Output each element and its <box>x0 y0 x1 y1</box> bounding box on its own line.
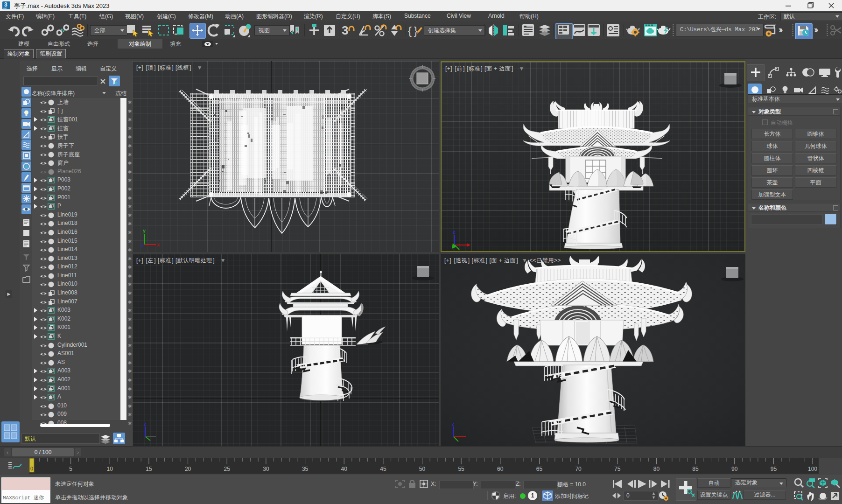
svg-text:10: 10 <box>107 466 113 472</box>
svg-text:15: 15 <box>146 466 152 472</box>
svg-text:z: z <box>144 421 147 427</box>
svg-text:45: 45 <box>380 466 386 472</box>
svg-text:90: 90 <box>731 466 738 472</box>
svg-text:x: x <box>157 242 160 247</box>
svg-text:20: 20 <box>185 466 191 472</box>
svg-text:3: 3 <box>342 23 348 37</box>
svg-text:z: z <box>453 229 456 235</box>
svg-text:z: z <box>452 421 455 427</box>
svg-text:75: 75 <box>614 466 621 472</box>
svg-text:40: 40 <box>341 466 348 472</box>
svg-text:25: 25 <box>224 466 231 472</box>
svg-text:100: 100 <box>808 466 817 472</box>
svg-text:55: 55 <box>458 466 464 472</box>
svg-text:5: 5 <box>69 466 72 472</box>
svg-text:y: y <box>143 228 146 233</box>
svg-text:{ }: { } <box>408 24 418 37</box>
svg-text:70: 70 <box>575 466 582 472</box>
svg-text:z: z <box>141 243 144 248</box>
svg-text:65: 65 <box>536 466 543 472</box>
svg-text:30: 30 <box>263 466 269 472</box>
svg-text:85: 85 <box>692 466 699 472</box>
svg-text:60: 60 <box>497 466 504 472</box>
svg-text:80: 80 <box>653 466 660 472</box>
svg-text:35: 35 <box>302 466 309 472</box>
svg-text:95: 95 <box>771 466 777 472</box>
svg-text:50: 50 <box>419 466 426 472</box>
svg-text:0: 0 <box>30 466 33 471</box>
